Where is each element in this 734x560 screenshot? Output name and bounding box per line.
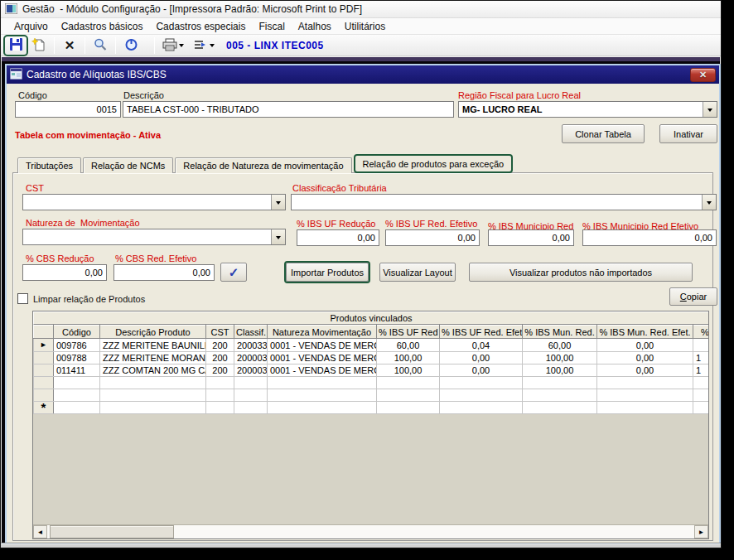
table-row[interactable]: ►009786ZZZ MERITENE BAUNILH2002000330001…: [34, 339, 710, 352]
menu-utilitarios[interactable]: Utilitários: [338, 19, 392, 34]
cell-cst[interactable]: 200: [206, 352, 234, 364]
cell-classif[interactable]: 200003: [234, 352, 268, 364]
print-dropdown-icon[interactable]: [179, 44, 184, 50]
scrollbar-track[interactable]: [47, 525, 694, 538]
col-descricao[interactable]: Descrição Produto: [100, 326, 206, 339]
importar-produtos-button[interactable]: Importar Produtos: [286, 263, 369, 282]
tab-relacao-produtos-excecao[interactable]: Relação de produtos para exceção: [354, 154, 514, 173]
cell-classif[interactable]: 200003: [234, 364, 268, 377]
cell-cst[interactable]: 200: [206, 364, 234, 377]
cell-ibs_mun_red_efet[interactable]: [597, 402, 693, 414]
cell-ibs_mun_red_efet[interactable]: 0,00: [597, 352, 693, 364]
cell-ibs_uf_red[interactable]: 100,00: [377, 352, 440, 364]
cell-natureza[interactable]: 0001 - VENDAS DE MERC: [268, 352, 377, 364]
cell-clip[interactable]: [693, 377, 710, 389]
menu-fiscal[interactable]: Fiscal: [252, 19, 291, 34]
col-ibs-uf-red[interactable]: % IBS UF Red: [377, 326, 440, 339]
scrollbar-thumb[interactable]: [50, 525, 174, 538]
cell-natureza[interactable]: 0001 - VENDAS DE MERC: [268, 339, 377, 352]
confirm-button[interactable]: ✓: [220, 263, 247, 282]
chevron-down-icon[interactable]: [271, 195, 285, 210]
cell-ibs_uf_red_efet[interactable]: [440, 402, 523, 414]
row-selector[interactable]: [34, 364, 54, 377]
print-button[interactable]: [159, 36, 187, 55]
new-record-button[interactable]: [28, 36, 50, 55]
natureza-combobox[interactable]: [22, 229, 286, 245]
col-cst[interactable]: CST: [206, 326, 234, 339]
cell-clip[interactable]: 1: [693, 364, 710, 377]
ibs-municipio-red-efetivo-field[interactable]: 0,00: [582, 229, 717, 246]
cell-cst[interactable]: [206, 389, 234, 402]
ibs-municipio-red-field[interactable]: 0,00: [488, 229, 574, 246]
cell-ibs_uf_red[interactable]: 60,00: [377, 339, 440, 352]
classificacao-combobox[interactable]: [291, 194, 717, 210]
scroll-right-icon[interactable]: ►: [694, 525, 708, 538]
table-row[interactable]: 009788ZZZ MERITENE MORANG2002000030001 -…: [34, 352, 710, 364]
row-selector[interactable]: ►: [34, 339, 54, 352]
cell-ibs_mun_red[interactable]: [523, 389, 597, 402]
codigo-field[interactable]: 0015: [15, 101, 121, 118]
descricao-field[interactable]: TABELA CST-000 - TRIBUTADO: [123, 101, 454, 118]
cell-codigo[interactable]: [54, 402, 100, 414]
cell-clip[interactable]: [693, 389, 710, 402]
save-button[interactable]: [5, 36, 27, 55]
visualizar-nao-importados-button[interactable]: Visualizar produtos não importados: [469, 263, 693, 282]
cbs-red-efetivo-field[interactable]: 0,00: [113, 264, 215, 281]
row-selector[interactable]: [34, 389, 54, 402]
limpar-checkbox[interactable]: [17, 293, 28, 304]
cell-ibs_uf_red_efet[interactable]: 0,00: [440, 364, 523, 377]
col-clipped[interactable]: % C: [693, 326, 710, 339]
menu-arquivo[interactable]: Arquivo: [7, 19, 55, 34]
cell-classif[interactable]: [234, 402, 268, 414]
cell-ibs_mun_red[interactable]: 100,00: [523, 352, 597, 364]
cell-descricao[interactable]: ZZZ MERITENE BAUNILH: [100, 339, 206, 352]
cell-ibs_uf_red[interactable]: [377, 377, 440, 389]
visualizar-layout-button[interactable]: Visualizar Layout: [379, 263, 456, 282]
table-row[interactable]: 011411ZZZ COMTAN 200 MG C/2002000030001 …: [34, 364, 710, 377]
cell-natureza[interactable]: [268, 389, 377, 402]
col-ibs-uf-red-efet[interactable]: % IBS UF Red. Efet.: [440, 326, 523, 339]
cell-natureza[interactable]: [268, 377, 377, 389]
table-row[interactable]: *: [34, 402, 710, 414]
row-selector[interactable]: *: [34, 402, 54, 414]
delete-button[interactable]: ✕: [59, 36, 80, 55]
dialog-titlebar[interactable]: Cadastro de Alíquotas IBS/CBS ✕: [7, 65, 719, 84]
cbs-reducao-field[interactable]: 0,00: [22, 264, 107, 281]
col-ibs-mun-red-efet[interactable]: % IBS Mun. Red. Efet.: [597, 326, 693, 339]
cst-combobox[interactable]: [22, 194, 286, 210]
main-titlebar[interactable]: Gestão - Módulo Configuração - [Impresso…: [1, 1, 721, 18]
export-dropdown-icon[interactable]: [210, 44, 215, 50]
horizontal-scrollbar[interactable]: ◄ ►: [33, 524, 708, 538]
cell-descricao[interactable]: [100, 377, 206, 389]
menu-cadastros-especiais[interactable]: Cadastros especiais: [149, 19, 252, 34]
cell-cst[interactable]: 200: [206, 339, 234, 352]
ibs-uf-red-efetivo-field[interactable]: 0,00: [385, 229, 480, 246]
ibs-uf-reducao-field[interactable]: 0,00: [297, 229, 379, 246]
cell-ibs_uf_red[interactable]: [377, 389, 440, 402]
export-button[interactable]: [189, 36, 219, 55]
col-ibs-mun-red[interactable]: % IBS Mun. Red.: [523, 326, 597, 339]
cell-descricao[interactable]: ZZZ COMTAN 200 MG C/: [100, 364, 206, 377]
cell-ibs_mun_red_efet[interactable]: 0,00: [597, 339, 693, 352]
cell-ibs_mun_red[interactable]: 60,00: [523, 339, 597, 352]
close-button[interactable]: ✕: [690, 68, 716, 82]
cell-descricao[interactable]: [100, 389, 206, 402]
copiar-button[interactable]: Copiar: [669, 287, 717, 306]
search-button[interactable]: [89, 36, 111, 55]
cell-ibs_mun_red[interactable]: [523, 402, 597, 414]
chevron-down-icon[interactable]: [703, 102, 717, 117]
cell-ibs_mun_red[interactable]: 100,00: [523, 364, 597, 377]
menu-atalhos[interactable]: Atalhos: [292, 19, 338, 34]
col-natureza[interactable]: Natureza Movimentação: [268, 326, 377, 339]
table-row[interactable]: [34, 377, 710, 389]
row-selector[interactable]: [34, 352, 54, 364]
cell-ibs_mun_red_efet[interactable]: 0,00: [597, 364, 693, 377]
cell-ibs_mun_red[interactable]: [523, 377, 597, 389]
clonar-tabela-button[interactable]: Clonar Tabela: [562, 124, 645, 143]
cell-cst[interactable]: [206, 402, 234, 414]
cell-clip[interactable]: 1: [693, 352, 710, 364]
col-classif[interactable]: Classif.: [234, 326, 268, 339]
col-codigo[interactable]: Código: [54, 326, 100, 339]
row-selector[interactable]: [34, 377, 54, 389]
cell-ibs_uf_red[interactable]: 100,00: [377, 364, 440, 377]
